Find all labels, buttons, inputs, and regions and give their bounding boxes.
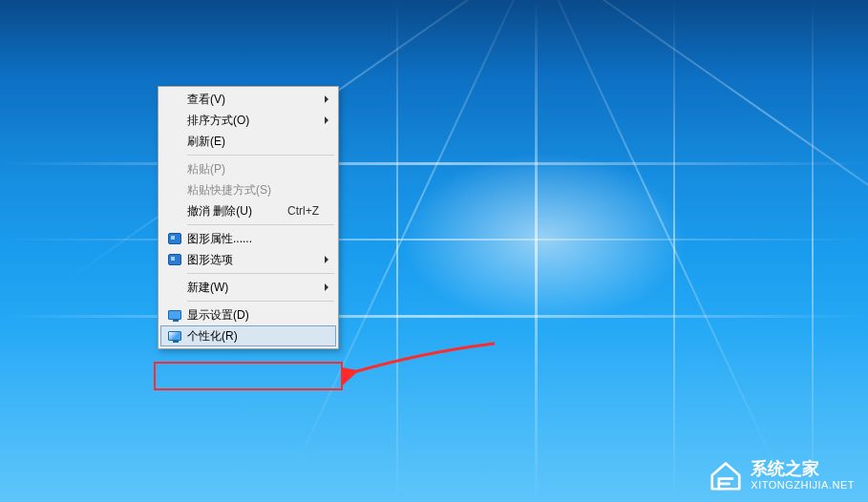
menu-label: 排序方式(O) <box>185 113 332 129</box>
menu-item-sort[interactable]: 排序方式(O) <box>160 110 336 131</box>
watermark: 系统之家 XITONGZHIJIA.NET <box>709 460 855 491</box>
personalize-icon <box>164 328 185 344</box>
blank-icon <box>164 280 185 295</box>
menu-label: 个性化(R) <box>185 328 332 345</box>
blank-icon <box>164 92 185 107</box>
menu-item-refresh[interactable]: 刷新(E) <box>160 131 336 152</box>
menu-label: 显示设置(D) <box>185 307 332 324</box>
desktop-context-menu: 查看(V) 排序方式(O) 刷新(E) 粘贴(P) 粘贴快捷方式(S) 撤消 删… <box>158 86 339 349</box>
menu-label: 刷新(E) <box>185 134 332 150</box>
submenu-arrow-icon <box>325 116 328 124</box>
watermark-title: 系统之家 <box>751 460 855 479</box>
blank-icon <box>164 113 185 128</box>
menu-item-graphics-options[interactable]: 图形选项 <box>160 249 336 270</box>
graphics-options-icon <box>164 252 185 267</box>
menu-label: 新建(W) <box>185 280 332 296</box>
blank-icon <box>164 161 185 177</box>
menu-item-personalize[interactable]: 个性化(R) <box>160 325 336 346</box>
graphics-properties-icon <box>164 231 185 246</box>
menu-label: 粘贴(P) <box>185 161 332 178</box>
menu-item-new[interactable]: 新建(W) <box>160 277 336 298</box>
annotation-highlight-box <box>154 362 343 390</box>
watermark-logo-icon <box>709 460 743 491</box>
menu-item-undo-delete[interactable]: 撤消 删除(U) Ctrl+Z <box>160 200 336 221</box>
menu-separator <box>187 301 334 302</box>
menu-item-graphics-properties[interactable]: 图形属性...... <box>160 228 336 249</box>
annotation-arrow-icon <box>342 332 504 389</box>
menu-item-paste-shortcut: 粘贴快捷方式(S) <box>160 179 336 200</box>
submenu-arrow-icon <box>325 95 328 103</box>
menu-item-display-settings[interactable]: 显示设置(D) <box>160 304 336 325</box>
menu-item-paste: 粘贴(P) <box>160 158 336 179</box>
submenu-arrow-icon <box>325 256 328 263</box>
menu-label: 粘贴快捷方式(S) <box>185 182 332 199</box>
menu-label: 撤消 删除(U) <box>185 203 287 220</box>
desktop-wallpaper[interactable]: 查看(V) 排序方式(O) 刷新(E) 粘贴(P) 粘贴快捷方式(S) 撤消 删… <box>0 0 868 502</box>
menu-item-view[interactable]: 查看(V) <box>160 89 336 110</box>
menu-shortcut: Ctrl+Z <box>287 204 332 218</box>
menu-separator <box>187 155 334 156</box>
menu-separator <box>187 273 334 274</box>
display-settings-icon <box>164 307 185 323</box>
blank-icon <box>164 182 185 198</box>
blank-icon <box>164 134 185 149</box>
submenu-arrow-icon <box>325 283 328 291</box>
menu-label: 图形属性...... <box>185 231 332 247</box>
blank-icon <box>164 203 185 219</box>
menu-label: 查看(V) <box>185 92 332 108</box>
watermark-url: XITONGZHIJIA.NET <box>751 479 855 491</box>
menu-separator <box>187 224 334 225</box>
menu-label: 图形选项 <box>185 252 332 268</box>
